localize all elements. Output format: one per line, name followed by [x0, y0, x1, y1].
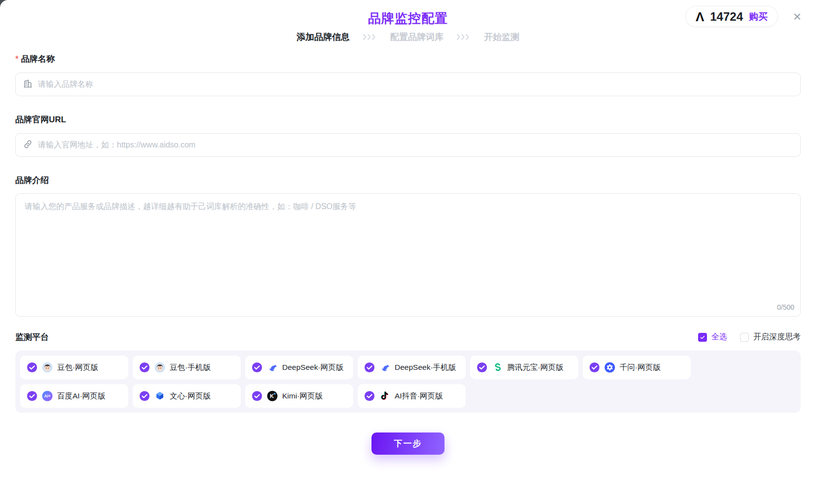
- douyin-icon: [379, 391, 390, 401]
- kimi-icon: K: [267, 391, 278, 401]
- next-step-button[interactable]: 下一步: [371, 432, 445, 455]
- brand-url-label: 品牌官网URL: [15, 114, 801, 125]
- modal-header: 品牌监控配置 Λ 14724 购买 ×: [15, 0, 801, 29]
- deep-thinking-checkbox[interactable]: 开启深度思考: [740, 332, 801, 342]
- page-title: 品牌监控配置: [15, 10, 801, 27]
- platform-label: 文心·网页版: [170, 391, 211, 401]
- platform-card[interactable]: K Kimi·网页版: [245, 384, 353, 408]
- platform-card[interactable]: DeepSeek·网页版: [245, 356, 353, 379]
- qwen-icon: [604, 362, 615, 373]
- deepseek-icon: [379, 362, 390, 373]
- step-add-brand-info: 添加品牌信息: [297, 31, 350, 43]
- steps-arrow-icon: [456, 34, 471, 40]
- credits-badge: Λ 14724 购买: [685, 6, 778, 27]
- steps-bar: 添加品牌信息 配置品牌词库 开始监测: [15, 29, 801, 45]
- wenxin-icon: [154, 391, 165, 401]
- char-counter: 0/500: [777, 303, 794, 311]
- yuanbao-icon: [492, 362, 503, 373]
- platform-card[interactable]: 腾讯元宝·网页版: [470, 356, 578, 379]
- step-start-monitoring: 开始监测: [484, 31, 519, 43]
- brand-name-inputbox: [15, 72, 801, 96]
- platform-card[interactable]: 千问·网页版: [583, 356, 691, 379]
- buy-link[interactable]: 购买: [749, 10, 768, 23]
- platform-label: 千问·网页版: [620, 362, 661, 373]
- brand-name-input[interactable]: [38, 80, 793, 89]
- lambda-logo-icon: Λ: [696, 10, 704, 23]
- checkbox-checked-icon[interactable]: [698, 333, 707, 342]
- platform-check-icon[interactable]: [27, 391, 37, 401]
- baidu-ai-icon: Ai+: [42, 391, 53, 401]
- close-icon[interactable]: ×: [790, 10, 805, 25]
- step-configure-lexicon: 配置品牌词库: [390, 31, 444, 43]
- brand-intro-box: 0/500: [15, 193, 801, 317]
- platform-label: DeepSeek·手机版: [395, 362, 456, 373]
- platforms-header-row: 监测平台 全选 开启深度思考: [15, 331, 801, 343]
- brand-monitor-modal: 品牌监控配置 Λ 14724 购买 × 添加品牌信息 配置品牌词库 开始监测 *…: [0, 0, 816, 504]
- brand-intro-label: 品牌介绍: [15, 175, 801, 186]
- brand-url-inputbox: [15, 133, 801, 157]
- platform-check-icon[interactable]: [589, 362, 600, 373]
- platform-check-icon[interactable]: [252, 391, 262, 401]
- platform-card[interactable]: 豆包·网页版: [20, 356, 128, 379]
- platform-card[interactable]: Ai+ 百度AI·网页版: [20, 384, 128, 408]
- platform-grid: 豆包·网页版 豆包·手机版 DeepSeek·网页版 DeepSeek·手机版 …: [15, 351, 801, 413]
- platform-label: AI抖音·网页版: [395, 391, 443, 401]
- doubao-icon: [154, 362, 165, 373]
- svg-text:K: K: [270, 393, 274, 399]
- brand-url-input[interactable]: [38, 141, 793, 149]
- platform-check-icon[interactable]: [477, 362, 487, 373]
- footer: 下一步: [15, 432, 801, 455]
- platform-card[interactable]: AI抖音·网页版: [358, 384, 466, 408]
- credits-count: 14724: [710, 10, 743, 24]
- deepseek-icon: [267, 362, 278, 373]
- platform-label: Kimi·网页版: [282, 391, 323, 401]
- brand-name-label: * 品牌名称: [15, 53, 801, 65]
- deep-thinking-label[interactable]: 开启深度思考: [753, 332, 801, 342]
- platform-label: 豆包·网页版: [57, 362, 98, 373]
- platform-card[interactable]: DeepSeek·手机版: [358, 356, 466, 379]
- platforms-label: 监测平台: [15, 331, 49, 343]
- required-mark: *: [15, 54, 19, 64]
- platform-check-icon[interactable]: [364, 391, 375, 401]
- checkbox-unchecked-icon[interactable]: [740, 333, 749, 342]
- steps-arrow-icon: [363, 34, 377, 40]
- platform-check-icon[interactable]: [139, 391, 150, 401]
- platform-label: 百度AI·网页版: [57, 391, 105, 401]
- select-all-label[interactable]: 全选: [711, 332, 727, 342]
- platform-check-icon[interactable]: [139, 362, 150, 373]
- platform-check-icon[interactable]: [252, 362, 262, 373]
- platform-label: DeepSeek·网页版: [282, 362, 343, 373]
- platform-check-icon[interactable]: [27, 362, 37, 373]
- platform-card[interactable]: 豆包·手机版: [133, 356, 241, 379]
- platform-label: 腾讯元宝·网页版: [507, 362, 563, 373]
- svg-text:Ai+: Ai+: [44, 394, 50, 398]
- platform-label: 豆包·手机版: [170, 362, 211, 373]
- building-icon: [23, 79, 33, 90]
- link-icon: [23, 140, 33, 151]
- brand-intro-textarea[interactable]: [16, 194, 800, 316]
- platform-card[interactable]: 文心·网页版: [133, 384, 241, 408]
- platform-check-icon[interactable]: [364, 362, 375, 373]
- select-all-checkbox[interactable]: 全选: [698, 332, 727, 342]
- doubao-icon: [42, 362, 53, 373]
